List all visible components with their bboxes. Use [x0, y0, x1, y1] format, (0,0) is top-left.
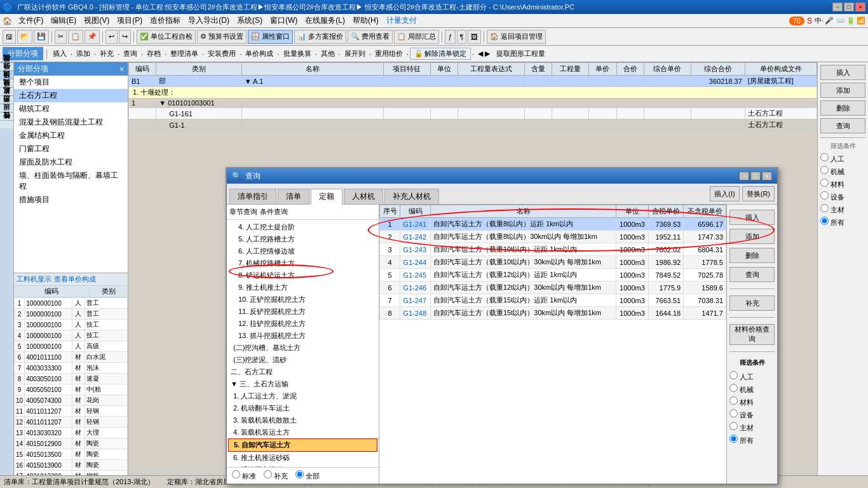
dialog-result-row[interactable]: 2 G1-242 自卸汽车运土方（载重8t以内）30km以内 每增加1km 10…: [380, 231, 726, 243]
labor-row[interactable]: 3 1000000100 人 技工: [15, 320, 128, 330]
df-device[interactable]: 设备: [729, 409, 775, 420]
vtab-labor[interactable]: 人材机汇总: [0, 95, 13, 104]
vtab-section[interactable]: 分部分项: [0, 71, 13, 79]
labor-row[interactable]: 6 4001011100 材 白水泥: [15, 352, 128, 363]
table-row-g1[interactable]: G1-1 土石方工程: [129, 119, 817, 131]
menu-online[interactable]: 在线服务(L): [301, 14, 349, 27]
menu-price-index[interactable]: 造价指标: [146, 14, 184, 27]
tree-item-t6[interactable]: 6. 推土机推运砂砾: [228, 452, 377, 464]
labor-row[interactable]: 16 4015013900 材 陶瓷: [15, 460, 128, 471]
return-project-btn[interactable]: 🏠 返回项目管理: [487, 30, 546, 44]
local-summary-btn[interactable]: 📋 局部汇总: [394, 30, 439, 44]
dialog-result-row[interactable]: 8 G1-248 自卸汽车运土方（载重15t以内）30km以内 每增加1km 1…: [380, 307, 726, 320]
tree-item-2a[interactable]: (二)挖沟槽、基坑土方: [228, 342, 377, 354]
fee-check-btn[interactable]: 🔍 费用查看: [348, 30, 393, 44]
save-btn[interactable]: 💾: [34, 30, 49, 44]
reuse-btn[interactable]: 重用组价: [372, 49, 405, 58]
radio-supplement[interactable]: 补充: [264, 470, 288, 481]
filter-material[interactable]: 材料: [820, 179, 865, 189]
tree-item-t5[interactable]: 5. 自卸汽车运土方: [228, 438, 377, 452]
undo-btn[interactable]: ↩: [105, 30, 118, 44]
query-right-btn[interactable]: 查询: [820, 118, 865, 133]
dialog-result-row[interactable]: 6 G1-246 自卸汽车运土方（载重12t以内）30km以内 每增加1km 1…: [380, 281, 726, 294]
dialog-result-row[interactable]: 5 G1-245 自卸汽车运土方（载重12t以内）运距 1km以内 1000m3…: [380, 269, 726, 281]
radio-all[interactable]: 全部: [295, 470, 320, 481]
labor-row[interactable]: 9 4005050100 材 中(粗: [15, 384, 128, 395]
filter-all[interactable]: 所有: [820, 217, 865, 227]
df-main[interactable]: 主材: [729, 422, 775, 433]
cut-btn[interactable]: ✂: [55, 30, 67, 44]
labor-row[interactable]: 1 1000000100 人 普工: [15, 298, 128, 309]
dialog-result-row[interactable]: 7 G1-247 自卸汽车运土方（载重15t以内）运距 1km以内 1000m3…: [380, 294, 726, 307]
paste-btn[interactable]: 📌: [85, 30, 100, 44]
redo-btn[interactable]: ↪: [119, 30, 131, 44]
df-all[interactable]: 所有: [729, 435, 775, 445]
labor-row[interactable]: 17 4021012300 材 钢板: [15, 471, 128, 476]
small-icons[interactable]: 🖫: [3, 30, 16, 44]
menu-import-export[interactable]: 导入导出(D): [184, 14, 233, 27]
tree-item-roof[interactable]: 屋面及防水工程: [14, 156, 128, 169]
minimize-button[interactable]: －: [832, 3, 843, 11]
batch-convert-btn[interactable]: 批量换算: [281, 49, 314, 58]
tree-item-measure[interactable]: 措施项目: [14, 193, 128, 207]
dialog-minimize[interactable]: －: [739, 172, 749, 180]
maximize-button[interactable]: □: [844, 3, 854, 11]
open-btn[interactable]: 📂: [17, 30, 32, 44]
multi-plan-btn[interactable]: 📊 多方案报价: [294, 30, 346, 44]
menu-edit[interactable]: 编辑(E): [47, 14, 80, 27]
budget-settings-btn[interactable]: ⚙ 预算书设置: [197, 30, 247, 44]
sidebar-close[interactable]: ×: [119, 65, 124, 74]
menu-project[interactable]: 项目(P): [113, 14, 146, 27]
filter-device[interactable]: 设备: [820, 191, 865, 202]
menu-help[interactable]: 帮助(H): [349, 14, 383, 27]
tree-item-7[interactable]: 7. 机械挖路槽土方: [228, 257, 377, 269]
menu-view[interactable]: 视图(V): [80, 14, 113, 27]
section-tab[interactable]: 分部分项: [3, 47, 43, 60]
dialog-add-btn[interactable]: 添加: [729, 229, 775, 244]
tree-item-9[interactable]: 9. 推土机推土方: [228, 281, 377, 294]
tree-item-t2[interactable]: 2. 机动翻斗车运土: [228, 402, 377, 414]
df-labor[interactable]: 人工: [729, 371, 775, 382]
vtab-measure[interactable]: 措施项目: [0, 79, 13, 87]
tree-item-concrete[interactable]: 混凝土及钢筋混凝土工程: [14, 116, 128, 129]
add-right-btn[interactable]: 添加: [820, 83, 865, 98]
tree-item-stone[interactable]: 二、石方工程: [228, 366, 377, 378]
dialog-close[interactable]: ×: [762, 172, 772, 180]
labor-row[interactable]: 2 1000000100 人 普工: [15, 309, 128, 320]
supplement-btn[interactable]: 补充: [97, 49, 116, 58]
tree-item-t4[interactable]: 4. 装载机装运土方: [228, 426, 377, 438]
labor-row[interactable]: 5 1000000100 人 高级: [15, 341, 128, 352]
close-button[interactable]: ×: [855, 3, 865, 11]
tree-item-door[interactable]: 门窗工程: [14, 142, 128, 156]
dialog-supplement-btn[interactable]: 补充: [729, 295, 775, 311]
labor-row[interactable]: 8 4003050100 材 速凝: [15, 374, 128, 384]
tab-labor-machine[interactable]: 人材机: [344, 189, 383, 204]
dialog-result-row[interactable]: 1 G1-241 自卸汽车运土方（载重8t以内）运距 1km以内 1000m3 …: [380, 218, 726, 231]
tree-item-3a[interactable]: (三)挖淤泥、流砂: [228, 354, 377, 366]
arrows-btn[interactable]: ◀ ▶: [475, 50, 492, 58]
tree-item-4[interactable]: 4. 人工挖土提台阶: [228, 221, 377, 233]
unit-check-btn[interactable]: ✅ 单位工程自检: [137, 30, 196, 44]
tab-list[interactable]: 清单: [278, 189, 309, 204]
tree-item-13[interactable]: 13. 抓斗挖掘机挖土方: [228, 330, 377, 342]
formula-btn[interactable]: ƒ: [445, 30, 455, 44]
replace-dialog-btn[interactable]: 替换(R): [742, 186, 775, 201]
tree-item-8[interactable]: 8. 铲运机铲运土方: [228, 269, 377, 281]
labor-row[interactable]: 4 1000000100 人 技工: [15, 330, 128, 341]
tree-item-all[interactable]: 整个项目: [14, 76, 128, 89]
vtab-compliance[interactable]: 符合性检查: [0, 120, 13, 128]
insert-btn[interactable]: 插入: [50, 49, 69, 58]
install-fee-btn[interactable]: 安装费用: [205, 49, 238, 58]
labor-row[interactable]: 11 4011011207 材 轻钢: [15, 406, 128, 417]
filter-labor[interactable]: 人工: [820, 153, 865, 164]
dialog-controls[interactable]: － □ ×: [739, 172, 772, 180]
unit-price-compose-btn[interactable]: 查看单价构成: [54, 274, 96, 284]
window-controls[interactable]: － □ ×: [832, 3, 865, 11]
material-price-btn[interactable]: 材料价格查询: [729, 324, 775, 345]
dialog-result-row[interactable]: 4 G1-244 自卸汽车运土方（载重10t以内）30km以内 每增加1km 1…: [380, 256, 726, 269]
tab-supplement[interactable]: 补充人材机: [384, 189, 439, 204]
df-machine[interactable]: 机械: [729, 384, 775, 395]
tree-item-earthwork[interactable]: 土石方工程: [14, 89, 128, 102]
dialog-result-row[interactable]: 3 G1-243 自卸汽车运土方（载重10t以内）运距 1km以内 1000m3…: [380, 243, 726, 256]
labor-row[interactable]: 15 4015013500 材 陶瓷: [15, 449, 128, 460]
